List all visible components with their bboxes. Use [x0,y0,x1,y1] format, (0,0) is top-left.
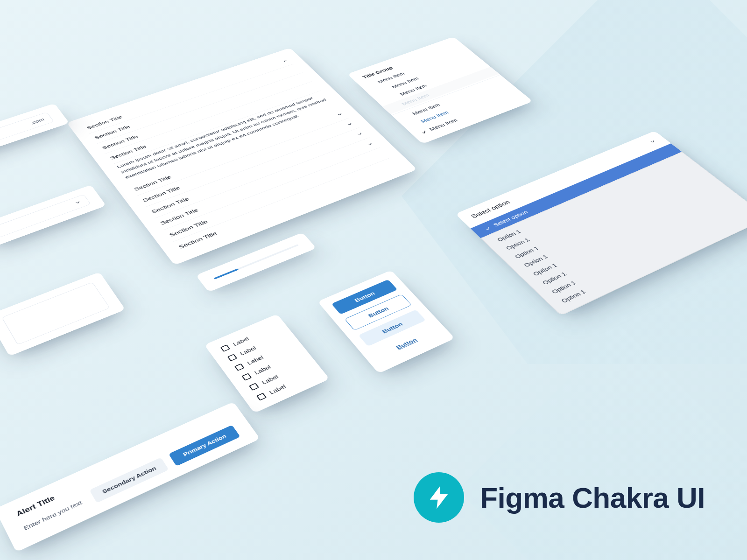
input-addon-card: .com [0,103,70,162]
checkbox-label: Label [268,383,287,395]
checkboxes-card: LabelLabelLabelLabelLabelLabel [204,314,330,413]
chevron-down-icon [648,139,657,144]
menu-item-label: Menu Item [419,110,450,124]
menu-item[interactable]: Menu Item [401,83,519,132]
menu-item-label: Menu Item [400,93,430,106]
alert-title: Alert Title [15,416,230,518]
checkbox-icon [220,344,230,352]
checkbox-icon [241,373,252,381]
input-addon-suffix: .com [29,117,45,125]
alert-text: Enter here you text [22,497,86,531]
checkbox-icon [234,363,245,371]
menu-card: Title Group Menu ItemMenu ItemMenu ItemM… [347,37,533,144]
chevron-down-icon [366,141,375,147]
input-with-addon[interactable]: .com [0,112,54,153]
brand-title: Figma Chakra UI [480,481,705,514]
textarea-stub[interactable] [1,282,110,345]
select-card: Select option Select option Option 1Opti… [456,131,747,316]
chevron-down-icon [74,200,82,205]
progress-fill [213,268,239,280]
check-icon [483,225,492,231]
menu-item-label: Menu Item [411,103,441,116]
checkbox-label: Label [239,345,257,356]
select-stub[interactable] [0,194,91,238]
progress-track [213,244,299,280]
checkbox-label: Label [261,373,280,385]
lightning-icon [414,472,464,523]
alert-card: Alert Title Enter here you text Secondar… [0,402,260,552]
chevron-up-icon [281,59,289,63]
checkbox-icon [227,354,237,361]
chevron-down-icon [356,131,365,136]
menu-item[interactable]: Menu Item [409,90,528,140]
chevron-down-icon [336,112,345,117]
select-stub-card [0,185,106,248]
checkbox-icon [256,392,267,400]
checkbox-icon [249,383,259,391]
checkbox-label: Label [232,336,250,347]
check-icon [419,129,429,135]
checkbox-label: Label [253,364,272,376]
brand-lockup: Figma Chakra UI [414,472,705,523]
buttons-card: Button Button Button Button [317,270,455,374]
checkbox-label: Label [246,354,264,366]
chevron-down-icon [345,122,354,127]
textarea-stub-card [0,272,126,357]
menu-item-label: Menu Item [428,118,459,132]
